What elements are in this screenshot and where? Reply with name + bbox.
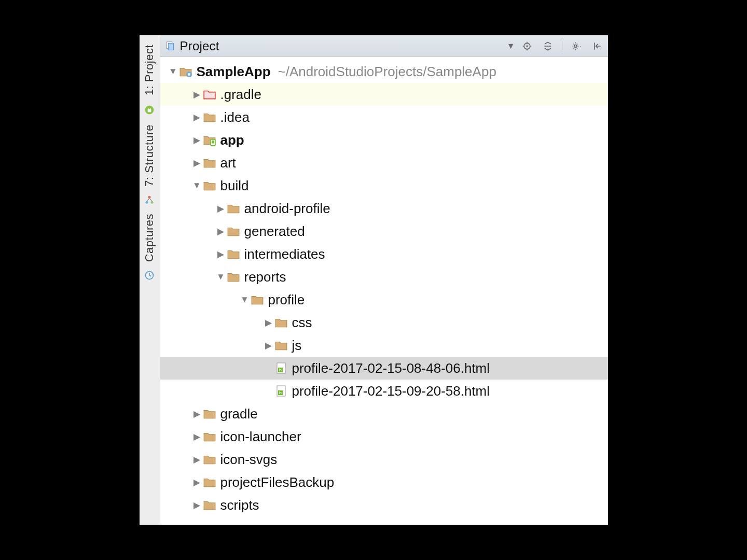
tree-node-label: profile-2017-02-15-09-20-58.html [292, 383, 490, 399]
svg-point-21 [574, 45, 576, 47]
tree-folder[interactable]: ▶intermediates [160, 243, 608, 265]
project-file-icon [164, 40, 176, 52]
svg-rect-26 [212, 141, 214, 143]
chevron-right-icon[interactable]: ▶ [191, 112, 203, 123]
chevron-down-icon[interactable]: ▼ [168, 66, 179, 77]
tree-file[interactable]: hprofile-2017-02-15-09-20-58.html [160, 380, 608, 402]
chevron-right-icon[interactable]: ▶ [191, 454, 203, 465]
folder-icon [274, 339, 288, 352]
tree-node-label: art [220, 155, 236, 171]
tree-node-label: scripts [220, 497, 259, 513]
chevron-right-icon[interactable]: ▶ [263, 340, 274, 351]
folder-icon [203, 475, 216, 489]
chevron-down-icon[interactable]: ▼ [215, 272, 227, 282]
ide-project-panel: 1: Project 7: Structure Captures Project… [140, 35, 608, 525]
gear-icon[interactable] [570, 39, 583, 53]
chevron-down-icon[interactable]: ▼ [191, 180, 203, 191]
tree-node-label: generated [244, 223, 305, 240]
svg-point-2 [148, 108, 149, 109]
tree-node-path-hint: ~/AndroidStudioProjects/SampleApp [278, 64, 496, 80]
folder-icon [227, 225, 240, 238]
module-icon [179, 65, 192, 78]
chevron-right-icon[interactable]: ▶ [215, 249, 227, 260]
tree-file[interactable]: hprofile-2017-02-15-08-48-06.html [160, 357, 608, 380]
tree-folder[interactable]: ▼profile [160, 288, 608, 311]
captures-icon [144, 270, 155, 281]
project-tree[interactable]: ▼SampleApp~/AndroidStudioProjects/Sample… [160, 57, 608, 525]
tree-folder[interactable]: ▼build [160, 174, 608, 197]
chevron-right-icon[interactable]: ▶ [191, 135, 203, 146]
tree-folder[interactable]: ▶app [160, 129, 608, 151]
chevron-right-icon[interactable]: ▶ [191, 500, 203, 511]
toolbar-buttons [520, 39, 604, 53]
structure-icon [144, 195, 155, 205]
folder-icon [227, 202, 240, 215]
tree-folder[interactable]: ▶icon-svgs [160, 448, 608, 471]
chevron-right-icon[interactable]: ▶ [191, 431, 203, 442]
tree-node-label: icon-launcher [220, 429, 301, 445]
tree-node-label: build [220, 178, 249, 194]
tree-node-label: .gradle [220, 87, 262, 103]
folder-icon [203, 156, 216, 170]
tree-node-label: gradle [220, 406, 258, 422]
locate-icon[interactable] [520, 39, 534, 53]
chevron-right-icon[interactable]: ▶ [215, 203, 227, 214]
svg-line-8 [149, 198, 152, 201]
android-icon [143, 104, 156, 116]
tree-folder[interactable]: ▶.idea [160, 106, 608, 129]
tree-node-label: intermediates [244, 246, 325, 262]
tree-folder[interactable]: ▶art [160, 151, 608, 174]
folder-icon [203, 453, 216, 466]
folder-icon [203, 179, 216, 192]
rail-tab-project[interactable]: 1: Project [141, 39, 158, 101]
chevron-right-icon[interactable]: ▶ [191, 477, 203, 488]
chevron-right-icon[interactable]: ▶ [215, 226, 227, 237]
tree-node-label: css [292, 315, 312, 331]
svg-line-7 [147, 198, 149, 201]
svg-line-11 [149, 275, 151, 276]
tree-folder[interactable]: ▶generated [160, 220, 608, 243]
tree-node-label: profile [268, 292, 305, 308]
collapse-all-icon[interactable] [541, 39, 555, 53]
tree-folder[interactable]: ▼SampleApp~/AndroidStudioProjects/Sample… [160, 60, 608, 83]
folder-icon [274, 316, 288, 329]
svg-rect-13 [168, 43, 173, 50]
chevron-down-icon[interactable]: ▼ [507, 41, 520, 51]
tree-folder[interactable]: ▶icon-launcher [160, 425, 608, 448]
svg-point-6 [151, 201, 154, 203]
tree-node-label: icon-svgs [220, 452, 278, 468]
project-title-bar: Project ▼ [160, 35, 608, 57]
rail-tab-structure[interactable]: 7: Structure [141, 119, 158, 192]
chevron-right-icon[interactable]: ▶ [263, 317, 274, 328]
tree-folder[interactable]: ▶projectFilesBackup [160, 471, 608, 494]
svg-point-4 [148, 195, 151, 198]
tree-node-label: android-profile [244, 201, 330, 217]
svg-text:h: h [279, 368, 282, 372]
main-area: Project ▼ ▼SampleApp~/AndroidStudioPro [160, 35, 608, 525]
tree-node-label: .idea [220, 109, 250, 125]
chevron-right-icon[interactable]: ▶ [191, 89, 203, 100]
tree-node-label: reports [244, 269, 286, 285]
tree-node-label: projectFilesBackup [220, 474, 335, 491]
chevron-right-icon[interactable]: ▶ [191, 409, 203, 419]
left-tool-rail: 1: Project 7: Structure Captures [140, 35, 160, 525]
toolbar-divider [562, 40, 562, 52]
tree-folder[interactable]: ▼reports [160, 265, 608, 288]
tree-node-label: profile-2017-02-15-08-48-06.html [292, 360, 490, 376]
tree-folder[interactable]: ▶js [160, 334, 608, 357]
chevron-right-icon[interactable]: ▶ [191, 158, 203, 169]
panel-title[interactable]: Project [180, 39, 219, 53]
folder-icon [227, 247, 240, 261]
hide-panel-icon[interactable] [590, 39, 604, 53]
html-icon: h [274, 361, 288, 375]
rail-tab-captures[interactable]: Captures [141, 208, 158, 267]
tree-folder[interactable]: ▶scripts [160, 494, 608, 516]
svg-point-5 [146, 201, 148, 203]
tree-folder[interactable]: ▶android-profile [160, 197, 608, 220]
tree-folder[interactable]: ▶gradle [160, 402, 608, 425]
svg-text:h: h [279, 390, 282, 395]
svg-point-15 [526, 45, 528, 47]
tree-folder[interactable]: ▶css [160, 311, 608, 334]
chevron-down-icon[interactable]: ▼ [239, 295, 251, 305]
tree-folder[interactable]: ▶.gradle [160, 83, 608, 106]
